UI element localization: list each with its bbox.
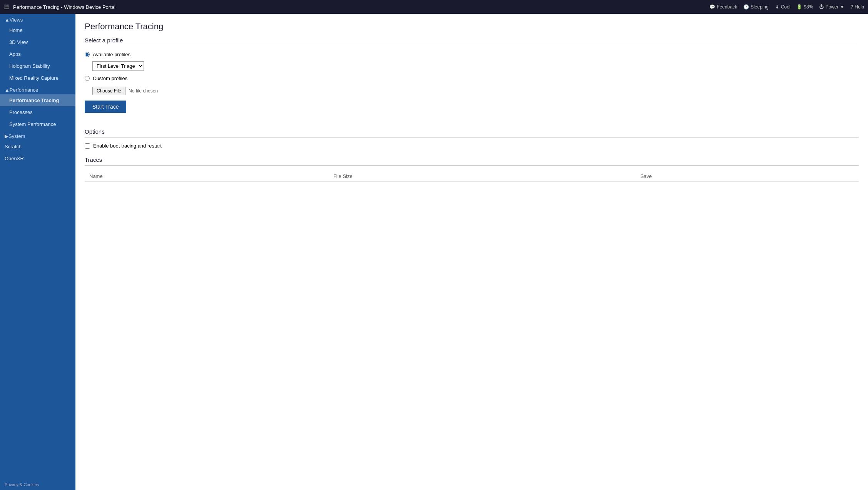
sidebar-item-processes[interactable]: Processes [0, 106, 75, 118]
col-file-size: File Size [329, 171, 636, 182]
profile-select[interactable]: First Level Triage Basic Advanced [92, 61, 144, 71]
hamburger-icon[interactable]: ☰ [4, 3, 9, 11]
performance-section-header[interactable]: ▲Performance [0, 84, 75, 94]
traces-table-head: Name File Size Save [85, 171, 859, 182]
page-title: Performance Tracing [85, 22, 859, 32]
battery-icon: 🔋 [796, 4, 802, 10]
sleeping-icon: 🕐 [743, 4, 749, 10]
temp-button[interactable]: 🌡 Cool [775, 4, 791, 10]
sidebar-item-3dview[interactable]: 3D View [0, 36, 75, 48]
feedback-button[interactable]: 💬 Feedback [709, 4, 737, 10]
privacy-cookies-link[interactable]: Privacy & Cookies [0, 479, 75, 490]
battery-button[interactable]: 🔋 98% [796, 4, 813, 10]
options-header: Options [85, 128, 859, 138]
temp-label: Cool [781, 4, 791, 10]
sleeping-label: Sleeping [751, 4, 769, 10]
select-profile-header: Select a profile [85, 37, 859, 46]
file-input-area: Choose File No file chosen [92, 87, 859, 95]
sidebar-item-home[interactable]: Home [0, 24, 75, 36]
no-file-label: No file chosen [129, 88, 158, 94]
sidebar-item-scratch[interactable]: Scratch [0, 141, 75, 153]
traces-section: Traces Name File Size Save [85, 156, 859, 182]
feedback-icon: 💬 [709, 4, 715, 10]
available-profiles-row: Available profiles [85, 52, 859, 57]
power-button[interactable]: ⏻ Power ▼ [819, 4, 844, 10]
available-profiles-radio[interactable] [85, 52, 90, 57]
choose-file-button[interactable]: Choose File [92, 87, 125, 95]
custom-profiles-radio[interactable] [85, 76, 90, 81]
sidebar-item-openxr[interactable]: OpenXR [0, 153, 75, 164]
traces-table-header-row: Name File Size Save [85, 171, 859, 182]
top-actions: 💬 Feedback 🕐 Sleeping 🌡 Cool 🔋 98% ⏻ Pow… [709, 4, 864, 10]
options-section: Options Enable boot tracing and restart [85, 128, 859, 149]
sleeping-button[interactable]: 🕐 Sleeping [743, 4, 769, 10]
custom-profiles-label: Custom profiles [93, 76, 127, 81]
sidebar-item-system-performance[interactable]: System Performance [0, 118, 75, 130]
available-profiles-label: Available profiles [93, 52, 130, 57]
sidebar: ◀ ▲Views Home 3D View Apps Hologram Stab… [0, 14, 75, 490]
enable-boot-tracing-checkbox[interactable] [85, 143, 90, 149]
topbar: ☰ Performance Tracing - Windows Device P… [0, 0, 868, 14]
sidebar-toggle-button[interactable]: ◀ [74, 18, 75, 29]
sidebar-item-mixed-reality-capture[interactable]: Mixed Reality Capture [0, 72, 75, 84]
feedback-label: Feedback [717, 4, 737, 10]
help-button[interactable]: ? Help [851, 4, 864, 10]
power-icon: ⏻ [819, 4, 824, 10]
start-trace-button[interactable]: Start Trace [85, 101, 126, 113]
sidebar-item-hologram-stability[interactable]: Hologram Stability [0, 60, 75, 72]
col-save: Save [636, 171, 859, 182]
power-label: Power ▼ [825, 4, 844, 10]
col-name: Name [85, 171, 329, 182]
enable-boot-tracing-label: Enable boot tracing and restart [93, 143, 162, 149]
temp-icon: 🌡 [775, 4, 779, 10]
traces-table: Name File Size Save [85, 171, 859, 182]
sidebar-item-performance-tracing[interactable]: Performance Tracing [0, 94, 75, 106]
main-layout: ◀ ▲Views Home 3D View Apps Hologram Stab… [0, 14, 868, 490]
topbar-title: Performance Tracing - Windows Device Por… [13, 4, 709, 10]
select-profile-section: Select a profile Available profiles Firs… [85, 37, 859, 121]
boot-tracing-option-row: Enable boot tracing and restart [85, 143, 859, 149]
traces-header: Traces [85, 156, 859, 166]
battery-label: 98% [804, 4, 813, 10]
sidebar-item-apps[interactable]: Apps [0, 48, 75, 60]
help-icon: ? [851, 4, 853, 10]
content-area: Performance Tracing Select a profile Ava… [75, 14, 868, 490]
help-label: Help [855, 4, 864, 10]
custom-profiles-row: Custom profiles [85, 76, 859, 81]
views-section-header[interactable]: ▲Views [0, 14, 75, 24]
system-section-header[interactable]: ▶System [0, 130, 75, 141]
